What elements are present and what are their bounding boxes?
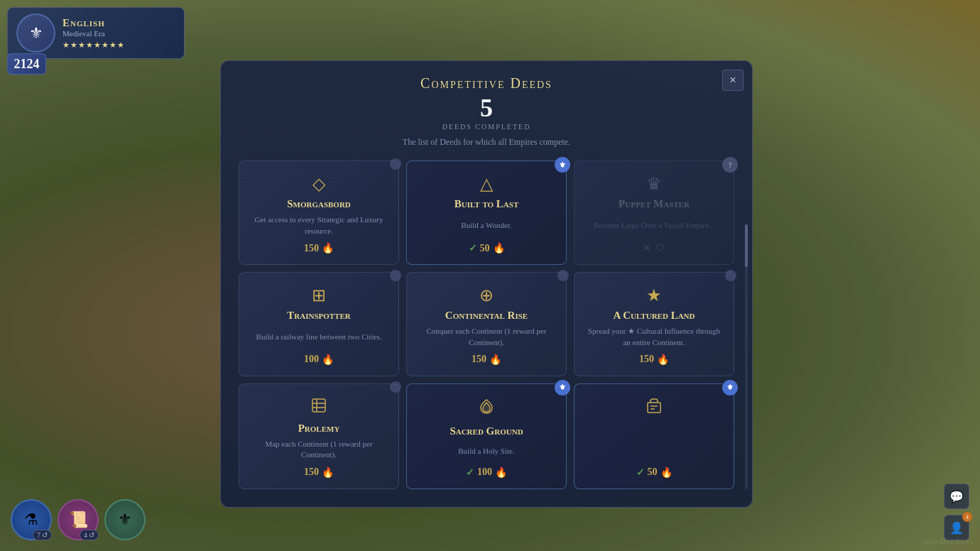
svg-rect-4 <box>648 403 660 413</box>
science-count: 7 <box>37 531 40 539</box>
deeds-grid: ◇ Smorgasbord Get access to every Strate… <box>239 160 734 489</box>
flame-icon: 🔥 <box>322 242 334 254</box>
deed-reward-sacred-ground: ✓ 100 🔥 <box>466 467 507 479</box>
deed-icon-unknown <box>644 397 664 421</box>
deed-name-sacred-ground: Sacred Ground <box>450 425 523 437</box>
deed-desc-smorgasbord: Get access to every Strategic and Luxury… <box>248 214 390 236</box>
deed-card-unknown[interactable]: ⚜ ✓ 50 🔥 <box>574 383 734 489</box>
alert-icon: 👤 <box>949 521 964 535</box>
empire-card: ⚜ English Medieval Era ★★★★★★★★ <box>7 7 185 59</box>
empire-badge-icon: ⚜ <box>29 24 43 43</box>
deed-badge-prolemy <box>390 381 401 393</box>
science-icon: ⚗ <box>24 511 38 529</box>
deed-card-trainspotter[interactable]: ⊞ Trainspotter Build a railway line betw… <box>239 272 399 376</box>
deed-desc-prolemy: Map each Continent (1 reward per Contine… <box>248 439 390 461</box>
deed-reward-built-to-last: ✓ 50 🔥 <box>469 242 505 254</box>
competitive-deeds-dialog: × Competitive Deeds 5 Deeds Completed Th… <box>220 60 753 508</box>
deed-card-continental-rise[interactable]: ⊕ Continental Rise Conquer each Continen… <box>406 272 567 376</box>
culture-icon: ⚜ <box>118 511 132 529</box>
deed-reward-continental-rise: 150 🔥 <box>472 354 501 366</box>
cross-icon: ✕ <box>643 242 651 254</box>
empire-era: Medieval Era <box>62 29 175 38</box>
deed-badge-smorgasbord <box>390 158 401 170</box>
empire-score: 2124 <box>7 53 46 75</box>
deed-reward-unknown: ✓ 50 🔥 <box>636 467 673 479</box>
deeds-count: 4 <box>84 531 87 539</box>
deed-card-cultured-land[interactable]: ★ A Cultured Land Spread your ★ Cultural… <box>574 272 734 376</box>
deed-reward-prolemy: 150 🔥 <box>304 467 334 479</box>
alert-button[interactable]: 👤 4 <box>944 515 969 540</box>
scrollbar-track[interactable] <box>745 224 748 489</box>
deeds-toolbar-button[interactable]: 📜 4 ↺ <box>58 499 99 540</box>
deed-card-smorgasbord[interactable]: ◇ Smorgasbord Get access to every Strate… <box>239 160 399 265</box>
deed-desc-built-to-last: Build a Wonder. <box>458 214 514 236</box>
deed-reward-cultured-land: 150 🔥 <box>639 354 669 366</box>
deed-desc-unknown <box>651 430 657 461</box>
deed-badge-puppet-master: ? <box>722 157 738 173</box>
deeds-count: 5 <box>239 94 734 123</box>
deed-badge-trainspotter <box>390 270 401 281</box>
deed-icon-built-to-last: △ <box>480 174 493 194</box>
deed-badge-built-to-last: ⚜ <box>555 157 570 173</box>
deed-name-prolemy: Prolemy <box>298 422 340 435</box>
deed-icon-trainspotter: ⊞ <box>312 285 326 305</box>
deed-card-built-to-last[interactable]: ⚜ △ Built to Last Build a Wonder. ✓ 50 🔥 <box>406 160 567 265</box>
deed-desc-sacred-ground: Build a Holy Site. <box>455 442 517 461</box>
deed-icon-prolemy <box>310 397 327 418</box>
deeds-description: The list of Deeds for which all Empires … <box>239 136 734 148</box>
bottom-toolbar: ⚗ 7 ↺ 📜 4 ↺ ⚜ <box>11 499 146 540</box>
deed-reward-smorgasbord: 150 🔥 <box>304 242 334 254</box>
deed-name-puppet-master: Puppet Master <box>619 198 690 210</box>
deed-card-prolemy[interactable]: Prolemy Map each Continent (1 reward per… <box>239 383 399 489</box>
deed-icon-puppet-master: ♛ <box>646 174 662 194</box>
deeds-subtitle: Deeds Completed <box>239 123 734 131</box>
deed-desc-trainspotter: Build a railway line between two Cities. <box>254 326 385 348</box>
close-button[interactable]: × <box>722 70 744 91</box>
deed-icon-continental-rise: ⊕ <box>479 285 494 305</box>
deed-icon-sacred-ground <box>477 397 496 421</box>
culture-toolbar-button[interactable]: ⚜ <box>104 499 146 540</box>
deed-badge-cultured-land <box>725 270 736 281</box>
deed-badge-sacred-ground: ⚜ <box>555 380 570 395</box>
svg-rect-0 <box>312 399 325 412</box>
deeds-cycle-icon: ↺ <box>89 531 94 539</box>
deed-name-smorgasbord: Smorgasbord <box>287 198 351 210</box>
deed-desc-cultured-land: Spread your ★ Cultural Influence through… <box>583 326 725 348</box>
bottom-right-panel: 💬 👤 4 <box>944 484 969 540</box>
deed-name-cultured-land: A Cultured Land <box>614 310 695 322</box>
deed-icon-smorgasbord: ◇ <box>312 174 325 194</box>
deed-icon-cultured-land: ★ <box>646 285 662 305</box>
deed-name-continental-rise: Continental Rise <box>445 310 528 322</box>
empire-name: English <box>62 17 175 29</box>
deed-card-sacred-ground[interactable]: ⚜ Sacred Ground Build a Holy Site. ✓ 100… <box>406 383 567 489</box>
deeds-toolbar-icon: 📜 <box>69 511 88 529</box>
alert-badge: 4 <box>962 512 972 522</box>
watermark: OpenDev Lucy <box>923 538 974 545</box>
deed-badge-continental-rise <box>557 270 569 281</box>
empire-info: English Medieval Era ★★★★★★★★ <box>62 17 175 50</box>
dialog-title: Competitive Deeds <box>239 75 734 92</box>
science-cycle-icon: ↺ <box>42 531 48 539</box>
chat-button[interactable]: 💬 <box>944 484 969 509</box>
science-toolbar-button[interactable]: ⚗ 7 ↺ <box>11 499 52 540</box>
deed-card-puppet-master[interactable]: ? ♛ Puppet Master Become Liege Over a Va… <box>574 160 734 265</box>
empire-badge: ⚜ <box>16 13 55 53</box>
science-badge: 7 ↺ <box>33 530 52 540</box>
empire-stars: ★★★★★★★★ <box>62 40 175 50</box>
shield-icon: 🛡 <box>655 243 665 254</box>
deed-name-trainspotter: Trainspotter <box>287 310 350 322</box>
deed-desc-puppet-master: Become Liege Over a Vassal Empire... <box>591 214 717 236</box>
deed-reward-trainspotter: 100 🔥 <box>304 354 334 366</box>
chat-icon: 💬 <box>949 490 964 503</box>
deed-name-built-to-last: Built to Last <box>454 198 519 210</box>
deed-locked-icons: ✕ 🛡 <box>643 242 665 254</box>
scrollbar-thumb[interactable] <box>745 224 748 267</box>
deeds-badge: 4 ↺ <box>80 530 99 540</box>
deed-badge-unknown: ⚜ <box>722 380 738 395</box>
deed-desc-continental-rise: Conquer each Continent (1 reward per Con… <box>415 326 557 348</box>
